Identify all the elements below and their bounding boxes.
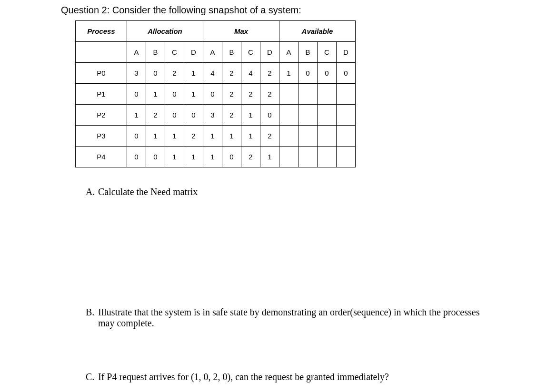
subquestion-a-text: Calculate the Need matrix [98, 186, 198, 197]
subquestion-a-letter: A. [86, 186, 98, 197]
avail-cell [298, 105, 318, 126]
subquestion-c: C.If P4 request arrives for (1, 0, 2, 0)… [86, 372, 505, 382]
max-cell: 2 [222, 63, 241, 84]
avail-cell [337, 147, 356, 167]
process-name: P4 [76, 147, 127, 167]
alloc-cell: 0 [146, 63, 165, 84]
alloc-cell: 0 [184, 105, 203, 126]
avail-cell [337, 126, 356, 147]
subquestion-c-letter: C. [86, 372, 98, 382]
avail-cell [279, 105, 298, 126]
max-cell: 2 [260, 84, 279, 105]
avail-cell [318, 126, 337, 147]
max-cell: 0 [203, 84, 222, 105]
header-allocation: Allocation [127, 21, 203, 42]
alloc-cell: 1 [146, 126, 165, 147]
question-title: Question 2: Consider the following snaps… [61, 5, 557, 16]
alloc-cell: 3 [127, 63, 146, 84]
avail-sub-a: A [279, 42, 298, 63]
avail-sub-b: B [298, 42, 318, 63]
header-available: Available [279, 21, 356, 42]
alloc-cell: 0 [165, 105, 184, 126]
avail-cell [279, 126, 298, 147]
alloc-cell: 1 [184, 147, 203, 167]
table-row: P1 0 1 0 1 0 2 2 2 [76, 84, 356, 105]
alloc-cell: 0 [165, 84, 184, 105]
alloc-cell: 1 [165, 126, 184, 147]
subquestion-a: A.Calculate the Need matrix [86, 186, 557, 197]
max-sub-d: D [260, 42, 279, 63]
subquestion-b: B.Illustrate that the system is in safe … [86, 307, 505, 329]
table-row: P3 0 1 1 2 1 1 1 2 [76, 126, 356, 147]
avail-cell: 0 [298, 63, 318, 84]
table-row: P2 1 2 0 0 3 2 1 0 [76, 105, 356, 126]
avail-cell [298, 126, 318, 147]
alloc-cell: 0 [127, 84, 146, 105]
avail-cell [318, 147, 337, 167]
alloc-cell: 1 [165, 147, 184, 167]
max-sub-a: A [203, 42, 222, 63]
sub-header-row: A B C D A B C D A B C D [76, 42, 356, 63]
max-cell: 0 [222, 147, 241, 167]
max-cell: 2 [241, 147, 260, 167]
avail-cell [279, 147, 298, 167]
max-cell: 1 [260, 147, 279, 167]
avail-cell [318, 84, 337, 105]
avail-cell [298, 147, 318, 167]
process-name: P1 [76, 84, 127, 105]
alloc-cell: 1 [184, 63, 203, 84]
alloc-cell: 2 [165, 63, 184, 84]
max-cell: 4 [203, 63, 222, 84]
avail-cell [318, 105, 337, 126]
avail-cell [337, 84, 356, 105]
header-max: Max [203, 21, 279, 42]
max-cell: 2 [222, 105, 241, 126]
avail-sub-c: C [318, 42, 337, 63]
process-name: P0 [76, 63, 127, 84]
question-page: Question 2: Consider the following snaps… [0, 0, 557, 382]
alloc-cell: 1 [184, 84, 203, 105]
alloc-cell: 0 [127, 147, 146, 167]
table-row: P0 3 0 2 1 4 2 4 2 1 0 0 0 [76, 63, 356, 84]
max-cell: 4 [241, 63, 260, 84]
max-sub-b: B [222, 42, 241, 63]
sub-header-blank [76, 42, 127, 63]
alloc-cell: 0 [127, 126, 146, 147]
max-cell: 2 [222, 84, 241, 105]
avail-cell [279, 84, 298, 105]
alloc-sub-d: D [184, 42, 203, 63]
max-cell: 1 [241, 105, 260, 126]
alloc-cell: 1 [146, 84, 165, 105]
max-cell: 1 [241, 126, 260, 147]
process-name: P2 [76, 105, 127, 126]
avail-cell [298, 84, 318, 105]
alloc-sub-c: C [165, 42, 184, 63]
max-cell: 1 [222, 126, 241, 147]
max-cell: 3 [203, 105, 222, 126]
alloc-cell: 2 [184, 126, 203, 147]
max-cell: 0 [260, 105, 279, 126]
alloc-cell: 2 [146, 105, 165, 126]
alloc-cell: 0 [146, 147, 165, 167]
header-process: Process [76, 21, 127, 42]
max-cell: 1 [203, 147, 222, 167]
avail-sub-d: D [337, 42, 356, 63]
max-sub-c: C [241, 42, 260, 63]
max-cell: 2 [260, 126, 279, 147]
max-cell: 2 [241, 84, 260, 105]
avail-cell: 1 [279, 63, 298, 84]
avail-cell: 0 [318, 63, 337, 84]
max-cell: 1 [203, 126, 222, 147]
max-cell: 2 [260, 63, 279, 84]
avail-cell: 0 [337, 63, 356, 84]
alloc-sub-b: B [146, 42, 165, 63]
system-snapshot-table: Process Allocation Max Available A B C D… [75, 20, 356, 167]
table-row: P4 0 0 1 1 1 0 2 1 [76, 147, 356, 167]
avail-cell [337, 105, 356, 126]
subquestion-c-text: If P4 request arrives for (1, 0, 2, 0), … [98, 372, 389, 382]
alloc-cell: 1 [127, 105, 146, 126]
subquestion-b-letter: B. [86, 307, 98, 318]
alloc-sub-a: A [127, 42, 146, 63]
subquestion-b-text: Illustrate that the system is in safe st… [98, 307, 498, 329]
process-name: P3 [76, 126, 127, 147]
